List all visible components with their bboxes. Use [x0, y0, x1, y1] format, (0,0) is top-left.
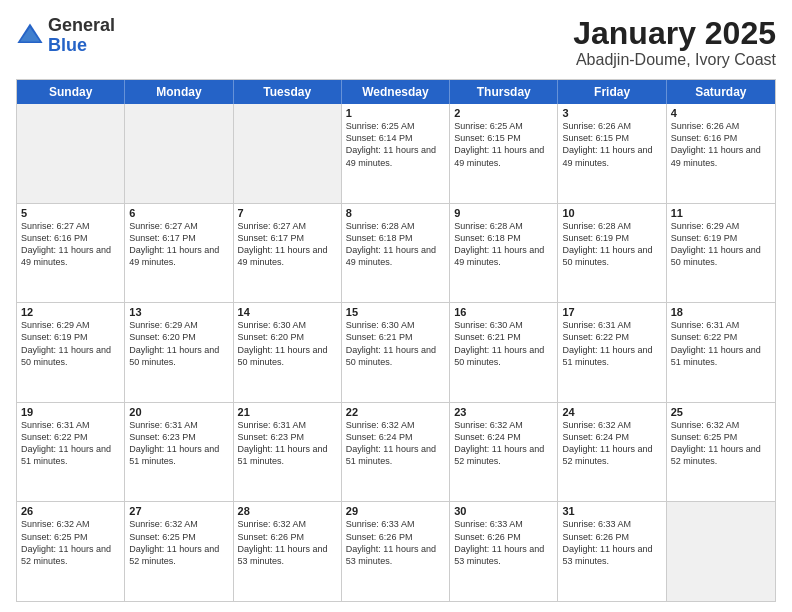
day-info: Sunrise: 6:26 AM Sunset: 6:15 PM Dayligh…: [562, 120, 661, 169]
day-info: Sunrise: 6:28 AM Sunset: 6:18 PM Dayligh…: [454, 220, 553, 269]
day-number: 19: [21, 406, 120, 418]
calendar-row-4: 19Sunrise: 6:31 AM Sunset: 6:22 PM Dayli…: [17, 403, 775, 503]
day-number: 18: [671, 306, 771, 318]
day-cell-2: 2Sunrise: 6:25 AM Sunset: 6:15 PM Daylig…: [450, 104, 558, 203]
day-number: 2: [454, 107, 553, 119]
day-cell-8: 8Sunrise: 6:28 AM Sunset: 6:18 PM Daylig…: [342, 204, 450, 303]
calendar: SundayMondayTuesdayWednesdayThursdayFrid…: [16, 79, 776, 602]
day-info: Sunrise: 6:33 AM Sunset: 6:26 PM Dayligh…: [454, 518, 553, 567]
day-number: 6: [129, 207, 228, 219]
day-cell-7: 7Sunrise: 6:27 AM Sunset: 6:17 PM Daylig…: [234, 204, 342, 303]
day-info: Sunrise: 6:33 AM Sunset: 6:26 PM Dayligh…: [346, 518, 445, 567]
day-info: Sunrise: 6:26 AM Sunset: 6:16 PM Dayligh…: [671, 120, 771, 169]
day-info: Sunrise: 6:32 AM Sunset: 6:24 PM Dayligh…: [562, 419, 661, 468]
day-number: 12: [21, 306, 120, 318]
day-cell-22: 22Sunrise: 6:32 AM Sunset: 6:24 PM Dayli…: [342, 403, 450, 502]
page: General Blue January 2025 Abadjin-Doume,…: [0, 0, 792, 612]
day-info: Sunrise: 6:28 AM Sunset: 6:18 PM Dayligh…: [346, 220, 445, 269]
day-cell-31: 31Sunrise: 6:33 AM Sunset: 6:26 PM Dayli…: [558, 502, 666, 601]
day-number: 13: [129, 306, 228, 318]
day-number: 3: [562, 107, 661, 119]
calendar-row-3: 12Sunrise: 6:29 AM Sunset: 6:19 PM Dayli…: [17, 303, 775, 403]
day-cell-26: 26Sunrise: 6:32 AM Sunset: 6:25 PM Dayli…: [17, 502, 125, 601]
day-cell-13: 13Sunrise: 6:29 AM Sunset: 6:20 PM Dayli…: [125, 303, 233, 402]
header: General Blue January 2025 Abadjin-Doume,…: [16, 16, 776, 69]
day-cell-1: 1Sunrise: 6:25 AM Sunset: 6:14 PM Daylig…: [342, 104, 450, 203]
day-number: 5: [21, 207, 120, 219]
day-header-monday: Monday: [125, 80, 233, 104]
day-number: 25: [671, 406, 771, 418]
day-info: Sunrise: 6:31 AM Sunset: 6:22 PM Dayligh…: [21, 419, 120, 468]
day-number: 4: [671, 107, 771, 119]
calendar-row-5: 26Sunrise: 6:32 AM Sunset: 6:25 PM Dayli…: [17, 502, 775, 601]
day-info: Sunrise: 6:29 AM Sunset: 6:20 PM Dayligh…: [129, 319, 228, 368]
day-number: 28: [238, 505, 337, 517]
day-cell-25: 25Sunrise: 6:32 AM Sunset: 6:25 PM Dayli…: [667, 403, 775, 502]
day-cell-12: 12Sunrise: 6:29 AM Sunset: 6:19 PM Dayli…: [17, 303, 125, 402]
empty-cell: [667, 502, 775, 601]
day-number: 10: [562, 207, 661, 219]
day-cell-15: 15Sunrise: 6:30 AM Sunset: 6:21 PM Dayli…: [342, 303, 450, 402]
day-info: Sunrise: 6:29 AM Sunset: 6:19 PM Dayligh…: [21, 319, 120, 368]
day-cell-16: 16Sunrise: 6:30 AM Sunset: 6:21 PM Dayli…: [450, 303, 558, 402]
calendar-row-1: 1Sunrise: 6:25 AM Sunset: 6:14 PM Daylig…: [17, 104, 775, 204]
day-header-thursday: Thursday: [450, 80, 558, 104]
day-info: Sunrise: 6:32 AM Sunset: 6:25 PM Dayligh…: [21, 518, 120, 567]
day-number: 20: [129, 406, 228, 418]
calendar-subtitle: Abadjin-Doume, Ivory Coast: [573, 51, 776, 69]
day-cell-5: 5Sunrise: 6:27 AM Sunset: 6:16 PM Daylig…: [17, 204, 125, 303]
day-info: Sunrise: 6:31 AM Sunset: 6:22 PM Dayligh…: [562, 319, 661, 368]
day-info: Sunrise: 6:33 AM Sunset: 6:26 PM Dayligh…: [562, 518, 661, 567]
day-cell-21: 21Sunrise: 6:31 AM Sunset: 6:23 PM Dayli…: [234, 403, 342, 502]
empty-cell: [17, 104, 125, 203]
day-info: Sunrise: 6:32 AM Sunset: 6:25 PM Dayligh…: [671, 419, 771, 468]
day-number: 11: [671, 207, 771, 219]
calendar-header: SundayMondayTuesdayWednesdayThursdayFrid…: [17, 80, 775, 104]
day-info: Sunrise: 6:25 AM Sunset: 6:14 PM Dayligh…: [346, 120, 445, 169]
day-info: Sunrise: 6:32 AM Sunset: 6:24 PM Dayligh…: [346, 419, 445, 468]
day-cell-4: 4Sunrise: 6:26 AM Sunset: 6:16 PM Daylig…: [667, 104, 775, 203]
day-info: Sunrise: 6:32 AM Sunset: 6:26 PM Dayligh…: [238, 518, 337, 567]
day-cell-23: 23Sunrise: 6:32 AM Sunset: 6:24 PM Dayli…: [450, 403, 558, 502]
day-info: Sunrise: 6:30 AM Sunset: 6:21 PM Dayligh…: [454, 319, 553, 368]
day-number: 17: [562, 306, 661, 318]
day-cell-18: 18Sunrise: 6:31 AM Sunset: 6:22 PM Dayli…: [667, 303, 775, 402]
day-info: Sunrise: 6:32 AM Sunset: 6:24 PM Dayligh…: [454, 419, 553, 468]
calendar-body: 1Sunrise: 6:25 AM Sunset: 6:14 PM Daylig…: [17, 104, 775, 601]
day-number: 21: [238, 406, 337, 418]
empty-cell: [125, 104, 233, 203]
day-info: Sunrise: 6:27 AM Sunset: 6:16 PM Dayligh…: [21, 220, 120, 269]
calendar-title: January 2025: [573, 16, 776, 51]
day-number: 22: [346, 406, 445, 418]
day-number: 29: [346, 505, 445, 517]
day-cell-27: 27Sunrise: 6:32 AM Sunset: 6:25 PM Dayli…: [125, 502, 233, 601]
calendar-row-2: 5Sunrise: 6:27 AM Sunset: 6:16 PM Daylig…: [17, 204, 775, 304]
day-header-friday: Friday: [558, 80, 666, 104]
day-number: 31: [562, 505, 661, 517]
day-header-wednesday: Wednesday: [342, 80, 450, 104]
day-info: Sunrise: 6:32 AM Sunset: 6:25 PM Dayligh…: [129, 518, 228, 567]
day-info: Sunrise: 6:28 AM Sunset: 6:19 PM Dayligh…: [562, 220, 661, 269]
day-cell-20: 20Sunrise: 6:31 AM Sunset: 6:23 PM Dayli…: [125, 403, 233, 502]
day-number: 15: [346, 306, 445, 318]
day-number: 14: [238, 306, 337, 318]
day-info: Sunrise: 6:31 AM Sunset: 6:23 PM Dayligh…: [129, 419, 228, 468]
day-info: Sunrise: 6:27 AM Sunset: 6:17 PM Dayligh…: [129, 220, 228, 269]
day-info: Sunrise: 6:31 AM Sunset: 6:23 PM Dayligh…: [238, 419, 337, 468]
day-number: 24: [562, 406, 661, 418]
day-number: 30: [454, 505, 553, 517]
day-cell-14: 14Sunrise: 6:30 AM Sunset: 6:20 PM Dayli…: [234, 303, 342, 402]
empty-cell: [234, 104, 342, 203]
day-cell-30: 30Sunrise: 6:33 AM Sunset: 6:26 PM Dayli…: [450, 502, 558, 601]
title-block: January 2025 Abadjin-Doume, Ivory Coast: [573, 16, 776, 69]
day-info: Sunrise: 6:30 AM Sunset: 6:20 PM Dayligh…: [238, 319, 337, 368]
logo: General Blue: [16, 16, 115, 56]
day-number: 26: [21, 505, 120, 517]
day-info: Sunrise: 6:29 AM Sunset: 6:19 PM Dayligh…: [671, 220, 771, 269]
logo-text: General Blue: [48, 16, 115, 56]
day-number: 23: [454, 406, 553, 418]
day-info: Sunrise: 6:30 AM Sunset: 6:21 PM Dayligh…: [346, 319, 445, 368]
day-info: Sunrise: 6:25 AM Sunset: 6:15 PM Dayligh…: [454, 120, 553, 169]
logo-icon: [16, 22, 44, 50]
day-info: Sunrise: 6:27 AM Sunset: 6:17 PM Dayligh…: [238, 220, 337, 269]
